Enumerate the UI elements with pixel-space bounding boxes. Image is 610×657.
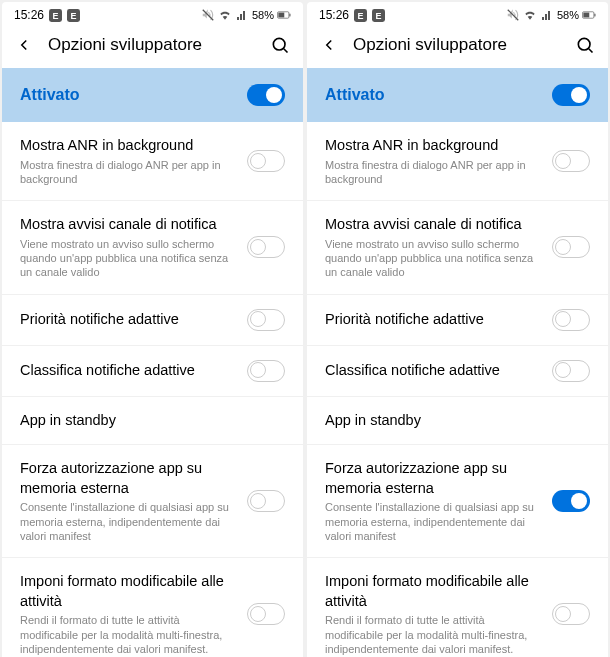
status-time: 15:26	[319, 8, 349, 22]
setting-toggle[interactable]	[552, 150, 590, 172]
phone-screen-left: 15:26EE58%Opzioni sviluppatoreAttivatoMo…	[2, 2, 303, 657]
setting-toggle[interactable]	[552, 603, 590, 625]
setting-item[interactable]: Classifica notifiche adattive	[2, 346, 303, 397]
setting-toggle[interactable]	[247, 150, 285, 172]
signal-icon	[540, 8, 554, 22]
setting-title: Classifica notifiche adattive	[20, 361, 235, 381]
setting-title: Priorità notifiche adattive	[20, 310, 235, 330]
notification-icon: E	[353, 8, 367, 22]
setting-toggle[interactable]	[247, 360, 285, 382]
status-bar: 15:26EE58%	[2, 2, 303, 24]
notification-icon: E	[66, 8, 80, 22]
battery-icon	[582, 8, 596, 22]
svg-text:E: E	[70, 10, 76, 20]
setting-toggle[interactable]	[552, 236, 590, 258]
search-button[interactable]	[269, 34, 291, 56]
setting-desc: Rendi il formato di tutte le attività mo…	[325, 613, 540, 656]
activated-row[interactable]: Attivato	[307, 68, 608, 122]
header: Opzioni sviluppatore	[307, 24, 608, 68]
setting-item[interactable]: Mostra ANR in backgroundMostra finestra …	[307, 122, 608, 201]
page-title: Opzioni sviluppatore	[353, 35, 560, 55]
setting-item[interactable]: Forza autorizzazione app su memoria este…	[307, 445, 608, 558]
setting-title: Mostra avvisi canale di notifica	[20, 215, 235, 235]
setting-item[interactable]: Forza autorizzazione app su memoria este…	[2, 445, 303, 558]
setting-desc: Mostra finestra di dialogo ANR per app i…	[325, 158, 540, 187]
setting-toggle[interactable]	[552, 360, 590, 382]
setting-desc: Consente l'installazione di qualsiasi ap…	[20, 500, 235, 543]
setting-title: Forza autorizzazione app su memoria este…	[20, 459, 235, 498]
setting-title: App in standby	[20, 411, 285, 431]
setting-title: Priorità notifiche adattive	[325, 310, 540, 330]
setting-title: Mostra ANR in background	[20, 136, 235, 156]
setting-title: Classifica notifiche adattive	[325, 361, 540, 381]
header: Opzioni sviluppatore	[2, 24, 303, 68]
battery-percent: 58%	[252, 9, 274, 21]
notification-icon: E	[371, 8, 385, 22]
status-time: 15:26	[14, 8, 44, 22]
setting-desc: Viene mostrato un avviso sullo schermo q…	[20, 237, 235, 280]
back-button[interactable]	[319, 35, 339, 55]
search-button[interactable]	[574, 34, 596, 56]
battery-percent: 58%	[557, 9, 579, 21]
svg-rect-7	[289, 13, 290, 16]
setting-item[interactable]: Priorità notifiche adattive	[2, 295, 303, 346]
setting-title: Mostra avvisi canale di notifica	[325, 215, 540, 235]
setting-toggle[interactable]	[552, 490, 590, 512]
activated-label: Attivato	[325, 86, 385, 104]
setting-title: Forza autorizzazione app su memoria este…	[325, 459, 540, 498]
svg-line-9	[284, 49, 288, 53]
svg-rect-16	[583, 13, 589, 18]
svg-point-8	[273, 38, 285, 50]
setting-title: App in standby	[325, 411, 590, 431]
setting-item[interactable]: App in standby	[307, 397, 608, 446]
setting-item[interactable]: Classifica notifiche adattive	[307, 346, 608, 397]
svg-rect-6	[278, 13, 284, 18]
setting-item[interactable]: Mostra ANR in backgroundMostra finestra …	[2, 122, 303, 201]
setting-desc: Consente l'installazione di qualsiasi ap…	[325, 500, 540, 543]
svg-text:E: E	[52, 10, 58, 20]
page-title: Opzioni sviluppatore	[48, 35, 255, 55]
svg-point-18	[578, 38, 590, 50]
mute-icon	[506, 8, 520, 22]
setting-item[interactable]: Imponi formato modificabile alle attivit…	[2, 558, 303, 657]
notification-icon: E	[48, 8, 62, 22]
setting-item[interactable]: Priorità notifiche adattive	[307, 295, 608, 346]
wifi-icon	[218, 8, 232, 22]
back-button[interactable]	[14, 35, 34, 55]
svg-text:E: E	[375, 10, 381, 20]
setting-title: Imponi formato modificabile alle attivit…	[20, 572, 235, 611]
setting-item[interactable]: Imponi formato modificabile alle attivit…	[307, 558, 608, 657]
activated-label: Attivato	[20, 86, 80, 104]
setting-title: Mostra ANR in background	[325, 136, 540, 156]
activated-toggle[interactable]	[552, 84, 590, 106]
setting-title: Imponi formato modificabile alle attivit…	[325, 572, 540, 611]
setting-toggle[interactable]	[247, 309, 285, 331]
setting-desc: Viene mostrato un avviso sullo schermo q…	[325, 237, 540, 280]
settings-list: Mostra ANR in backgroundMostra finestra …	[307, 122, 608, 657]
signal-icon	[235, 8, 249, 22]
setting-desc: Rendi il formato di tutte le attività mo…	[20, 613, 235, 656]
activated-toggle[interactable]	[247, 84, 285, 106]
setting-item[interactable]: Mostra avvisi canale di notificaViene mo…	[2, 201, 303, 294]
setting-toggle[interactable]	[552, 309, 590, 331]
activated-row[interactable]: Attivato	[2, 68, 303, 122]
svg-line-19	[589, 49, 593, 53]
battery-icon	[277, 8, 291, 22]
status-bar: 15:26EE58%	[307, 2, 608, 24]
setting-item[interactable]: Mostra avvisi canale di notificaViene mo…	[307, 201, 608, 294]
setting-toggle[interactable]	[247, 490, 285, 512]
svg-rect-17	[594, 13, 595, 16]
settings-list: Mostra ANR in backgroundMostra finestra …	[2, 122, 303, 657]
phone-screen-right: 15:26EE58%Opzioni sviluppatoreAttivatoMo…	[307, 2, 608, 657]
mute-icon	[201, 8, 215, 22]
svg-text:E: E	[357, 10, 363, 20]
setting-toggle[interactable]	[247, 236, 285, 258]
setting-toggle[interactable]	[247, 603, 285, 625]
setting-desc: Mostra finestra di dialogo ANR per app i…	[20, 158, 235, 187]
setting-item[interactable]: App in standby	[2, 397, 303, 446]
wifi-icon	[523, 8, 537, 22]
